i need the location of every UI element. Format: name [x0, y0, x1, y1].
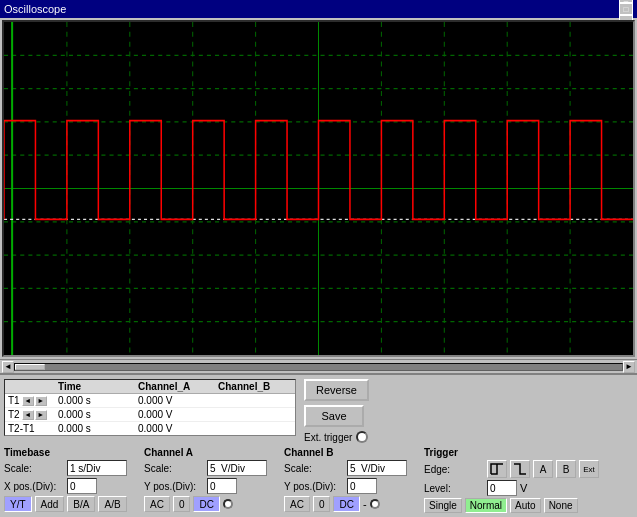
meas-header-label	[5, 380, 55, 393]
chb-scale-label: Scale:	[284, 463, 344, 474]
t2t1-label: T2-T1	[5, 422, 55, 435]
chb-scale-row: Scale:	[284, 460, 407, 476]
rising-edge-btn[interactable]	[487, 460, 507, 478]
t2-left-btn[interactable]: ◄	[22, 410, 34, 420]
chb-coupling-row: AC 0 DC -	[284, 496, 407, 512]
ext-trigger-row: Ext. trigger	[304, 431, 368, 443]
t1-right-btn[interactable]: ►	[35, 396, 47, 406]
trigger-group: Trigger Edge:	[424, 447, 599, 513]
t2-arrows: ◄ ►	[22, 410, 47, 420]
timebase-xpos-label: X pos.(Div):	[4, 481, 64, 492]
cha-radio[interactable]	[223, 499, 233, 509]
none-mode-btn[interactable]: None	[544, 498, 578, 513]
t2-chb	[215, 408, 295, 421]
chb-scale-input[interactable]	[347, 460, 407, 476]
waveform-svg	[4, 22, 633, 355]
timebase-xpos-row: X pos.(Div):	[4, 478, 127, 494]
chb-ypos-input[interactable]	[347, 478, 377, 494]
trigger-level-row: Level: V	[424, 480, 599, 496]
chb-ac-button[interactable]: AC	[284, 496, 310, 512]
t1-left-btn[interactable]: ◄	[22, 396, 34, 406]
cha-ypos-label: Y pos.(Div):	[144, 481, 204, 492]
title-bar: Oscilloscope _ □ ×	[0, 0, 637, 18]
trigger-level-input[interactable]	[487, 480, 517, 496]
right-buttons: Reverse Save Ext. trigger	[304, 379, 369, 443]
yt-button[interactable]: Y/T	[4, 496, 32, 512]
trigger-ext-btn[interactable]: Ext	[579, 460, 599, 478]
cha-dc-button[interactable]: DC	[193, 496, 219, 512]
ba-button[interactable]: B/A	[67, 496, 95, 512]
meas-header-cha: Channel_A	[135, 380, 215, 393]
chb-dc-button[interactable]: DC	[333, 496, 359, 512]
ab-button[interactable]: A/B	[98, 496, 126, 512]
chb-zero-button[interactable]: 0	[313, 496, 331, 512]
timebase-scale-row: Scale:	[4, 460, 127, 476]
t2t1-time: 0.000 s	[55, 422, 135, 435]
controls-row: Timebase Scale: X pos.(Div): Y/T Add B/A…	[4, 447, 633, 513]
cha-scale-label: Scale:	[144, 463, 204, 474]
channel-b-group: Channel B Scale: Y pos.(Div): AC 0 DC -	[284, 447, 407, 512]
channel-a-group: Channel A Scale: Y pos.(Div): AC 0 DC	[144, 447, 267, 512]
timebase-group: Timebase Scale: X pos.(Div): Y/T Add B/A…	[4, 447, 127, 512]
trigger-edge-row: Edge: A	[424, 460, 599, 478]
reverse-button[interactable]: Reverse	[304, 379, 369, 401]
save-button[interactable]: Save	[304, 405, 364, 427]
add-button[interactable]: Add	[35, 496, 65, 512]
chb-dash: -	[363, 498, 367, 510]
trigger-level-unit: V	[520, 482, 527, 494]
trigger-level-label: Level:	[424, 483, 484, 494]
t1-label-cell: T1 ◄ ►	[5, 394, 55, 407]
app: Oscilloscope _ □ ×	[0, 0, 637, 517]
channel-a-label: Channel A	[144, 447, 267, 458]
t2t1-cha: 0.000 V	[135, 422, 215, 435]
channel-b-label: Channel B	[284, 447, 407, 458]
cha-ypos-input[interactable]	[207, 478, 237, 494]
t2-time: 0.000 s	[55, 408, 135, 421]
scroll-left-btn[interactable]: ◄	[2, 361, 14, 373]
cha-ypos-row: Y pos.(Div):	[144, 478, 267, 494]
trigger-ch-b-btn[interactable]: B	[556, 460, 576, 478]
timebase-scale-label: Scale:	[4, 463, 64, 474]
t1-chb	[215, 394, 295, 407]
scroll-right-btn[interactable]: ►	[623, 361, 635, 373]
timebase-mode-row: Y/T Add B/A A/B	[4, 496, 127, 512]
t1-arrows: ◄ ►	[22, 396, 47, 406]
normal-mode-btn[interactable]: Normal	[465, 498, 507, 513]
scrollbar-thumb[interactable]	[15, 364, 45, 370]
trigger-label: Trigger	[424, 447, 599, 458]
meas-header-time: Time	[55, 380, 135, 393]
scope-display	[2, 20, 635, 357]
t2-label: T2	[8, 409, 20, 420]
timebase-label: Timebase	[4, 447, 127, 458]
chb-radio[interactable]	[370, 499, 380, 509]
scope-scrollbar: ◄ ►	[0, 359, 637, 373]
t2t1-chb	[215, 422, 295, 435]
single-mode-btn[interactable]: Single	[424, 498, 462, 513]
scrollbar-track[interactable]	[14, 363, 623, 371]
t1-label: T1	[8, 395, 20, 406]
cha-scale-input[interactable]	[207, 460, 267, 476]
timebase-xpos-input[interactable]	[67, 478, 97, 494]
cha-coupling-row: AC 0 DC	[144, 496, 267, 512]
ext-trigger-radio[interactable]	[356, 431, 368, 443]
t2-cha: 0.000 V	[135, 408, 215, 421]
t1-time: 0.000 s	[55, 394, 135, 407]
meas-header-chb: Channel_B	[215, 380, 295, 393]
falling-edge-btn[interactable]	[510, 460, 530, 478]
ext-trigger-label: Ext. trigger	[304, 432, 352, 443]
t2-right-btn[interactable]: ►	[35, 410, 47, 420]
cha-ac-button[interactable]: AC	[144, 496, 170, 512]
trigger-edge-label: Edge:	[424, 464, 484, 475]
trigger-ch-a-btn[interactable]: A	[533, 460, 553, 478]
trigger-mode-row: Single Normal Auto None	[424, 498, 599, 513]
cha-scale-row: Scale:	[144, 460, 267, 476]
timebase-scale-input[interactable]	[67, 460, 127, 476]
t1-cha: 0.000 V	[135, 394, 215, 407]
maximize-btn[interactable]: □	[619, 3, 633, 15]
auto-mode-btn[interactable]: Auto	[510, 498, 541, 513]
chb-ypos-row: Y pos.(Div):	[284, 478, 407, 494]
t2-label-cell: T2 ◄ ►	[5, 408, 55, 421]
bottom-panel: Time Channel_A Channel_B T1 ◄ ► 0.000 s …	[0, 373, 637, 517]
title-bar-title: Oscilloscope	[4, 3, 66, 15]
cha-zero-button[interactable]: 0	[173, 496, 191, 512]
